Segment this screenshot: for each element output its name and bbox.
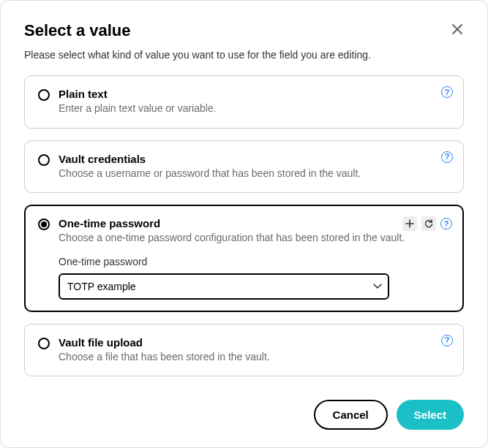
option-title: Vault file upload	[59, 336, 451, 349]
modal-description: Please select what kind of value you wan…	[24, 49, 464, 61]
option-one-time-password[interactable]: ? One-time password Choose a one-time pa…	[24, 205, 464, 312]
option-title: Vault credentials	[59, 153, 451, 165]
card-actions: ?	[402, 216, 452, 231]
select-button[interactable]: Select	[397, 400, 464, 430]
option-title: One-time password	[59, 217, 451, 229]
help-icon[interactable]: ?	[440, 218, 452, 229]
card-actions: ?	[441, 151, 453, 163]
help-icon[interactable]: ?	[441, 151, 453, 163]
close-icon[interactable]	[451, 23, 464, 38]
option-desc: Choose a one-time password configuration…	[59, 231, 451, 246]
option-row: Plain text Enter a plain text value or v…	[38, 88, 451, 116]
option-content: Vault credentials Choose a username or p…	[59, 153, 451, 181]
cancel-button[interactable]: Cancel	[314, 400, 388, 430]
otp-select[interactable]: TOTP example	[59, 273, 389, 300]
option-desc: Choose a file that has been stored in th…	[59, 350, 451, 365]
modal-footer: Cancel Select	[24, 385, 464, 430]
option-desc: Choose a username or password that has b…	[59, 167, 451, 181]
otp-field-label: One-time password	[59, 256, 451, 267]
select-value-modal: Select a value Please select what kind o…	[0, 0, 488, 448]
radio-vault-file-upload[interactable]	[38, 338, 50, 349]
refresh-button[interactable]	[421, 216, 436, 231]
otp-select-wrap: TOTP example	[59, 273, 389, 300]
modal-header: Select a value	[24, 21, 464, 40]
card-actions: ?	[441, 335, 453, 346]
option-row: Vault credentials Choose a username or p…	[38, 153, 451, 181]
help-icon[interactable]: ?	[441, 86, 453, 98]
option-plain-text[interactable]: ? Plain text Enter a plain text value or…	[24, 75, 464, 129]
options-list: ? Plain text Enter a plain text value or…	[24, 75, 464, 376]
option-content: Plain text Enter a plain text value or v…	[59, 88, 451, 116]
help-icon[interactable]: ?	[441, 335, 453, 346]
option-row: Vault file upload Choose a file that has…	[38, 336, 451, 365]
otp-form: One-time password TOTP example	[38, 256, 451, 300]
modal-title: Select a value	[24, 21, 131, 40]
option-vault-file-upload[interactable]: ? Vault file upload Choose a file that h…	[24, 324, 464, 377]
option-content: One-time password Choose a one-time pass…	[59, 217, 451, 246]
option-vault-credentials[interactable]: ? Vault credentials Choose a username or…	[24, 140, 464, 194]
add-button[interactable]	[402, 216, 417, 231]
radio-one-time-password[interactable]	[38, 219, 50, 230]
option-content: Vault file upload Choose a file that has…	[59, 336, 451, 365]
option-title: Plain text	[59, 88, 451, 100]
option-row: One-time password Choose a one-time pass…	[38, 217, 451, 246]
option-desc: Enter a plain text value or variable.	[59, 102, 451, 116]
card-actions: ?	[441, 86, 453, 98]
radio-vault-credentials[interactable]	[38, 154, 50, 166]
radio-plain-text[interactable]	[38, 89, 50, 101]
